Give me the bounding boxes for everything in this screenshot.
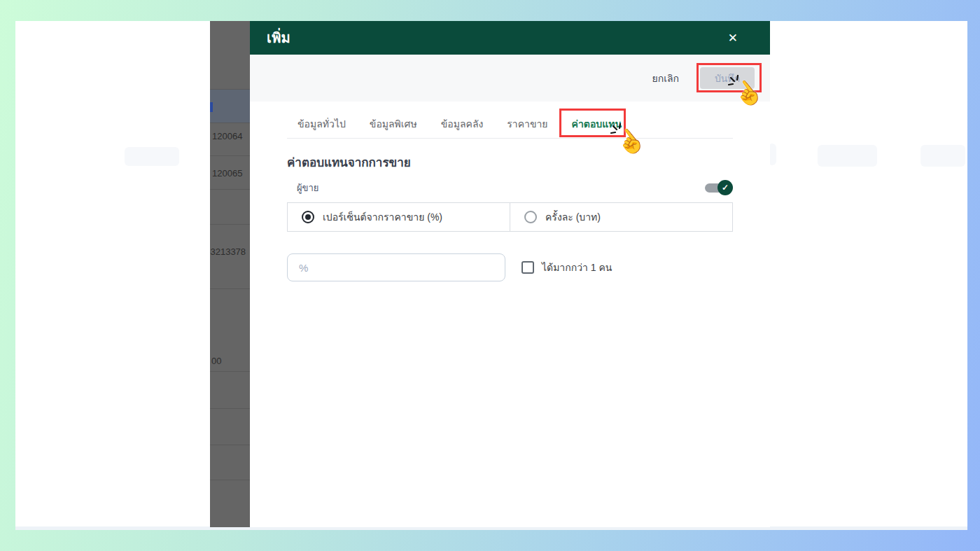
- screen: { "icons": { "close": "✕", "check": "✓" …: [0, 0, 980, 551]
- more-than-one-checkbox-label: ได้มากกว่า 1 คน: [542, 260, 612, 275]
- compensation-type-radio-group: เปอร์เซ็นต์จากราคาขาย (%) ครั้งละ (บาท): [287, 202, 733, 232]
- save-button[interactable]: บันทึก: [700, 67, 755, 89]
- table-cell-value: 653213378: [210, 246, 246, 257]
- add-item-modal: เพิ่ม ✕ ยกเลิก บันทึก ข้อมูลทั่วไป ข้อมู…: [250, 21, 770, 527]
- modal-header: เพิ่ม ✕: [250, 21, 770, 55]
- radio-option-percent[interactable]: เปอร์เซ็นต์จากราคาขาย (%): [288, 203, 510, 231]
- radio-option-percent-label: เปอร์เซ็นต์จากราคาขาย (%): [323, 209, 442, 225]
- table-cell-value: 120065: [212, 168, 242, 179]
- tab-panel-compensation: ค่าตอบแทนจากการขาย ผู้ขาย ✓ เปอร์เซ็นต์จ…: [250, 153, 770, 281]
- toggle-check-icon: ✓: [718, 180, 733, 195]
- more-than-one-checkbox-wrap[interactable]: ได้มากกว่า 1 คน: [522, 260, 612, 275]
- dimmed-table-strip: 120064 120065 653213378 00: [210, 21, 250, 527]
- radio-unselected-icon: [524, 211, 537, 223]
- radio-option-per-time[interactable]: ครั้งละ (บาท): [510, 203, 732, 231]
- amount-row: ได้มากกว่า 1 คน: [287, 253, 733, 281]
- dimmed-table-selected-row: [210, 89, 250, 123]
- dimmed-button-ghost: [125, 147, 179, 166]
- cancel-button[interactable]: ยกเลิก: [652, 71, 679, 86]
- seller-toggle[interactable]: ✓: [705, 179, 733, 197]
- section-heading: ค่าตอบแทนจากการขาย: [287, 153, 733, 172]
- tab-general-info[interactable]: ข้อมูลทั่วไป: [298, 116, 346, 132]
- radio-option-per-time-label: ครั้งละ (บาท): [545, 209, 601, 225]
- checkbox-unchecked-icon[interactable]: [522, 261, 534, 274]
- seller-row: ผู้ขาย ✓: [287, 179, 733, 197]
- dimmed-button-ghost: [920, 145, 965, 167]
- close-icon[interactable]: ✕: [728, 32, 738, 44]
- modal-action-bar: ยกเลิก บันทึก: [250, 55, 770, 102]
- dimmed-button-ghost: [818, 145, 877, 167]
- percent-amount-input[interactable]: [287, 253, 505, 281]
- seller-label: ผู้ขาย: [297, 181, 318, 195]
- modal-tabs: ข้อมูลทั่วไป ข้อมูลพิเศษ ข้อมูลคลัง ราคา…: [287, 110, 733, 139]
- tab-special-info[interactable]: ข้อมูลพิเศษ: [370, 116, 417, 132]
- table-cell-value: 00: [211, 356, 221, 366]
- dimmed-table-blue-tick: [210, 102, 213, 112]
- tab-inventory-info[interactable]: ข้อมูลคลัง: [441, 116, 484, 132]
- tab-compensation[interactable]: ค่าตอบแทน: [572, 116, 622, 132]
- radio-selected-icon: [302, 211, 314, 223]
- table-cell-value: 120064: [212, 131, 242, 141]
- tab-sale-price[interactable]: ราคาขาย: [507, 116, 547, 132]
- modal-title: เพิ่ม: [267, 27, 290, 49]
